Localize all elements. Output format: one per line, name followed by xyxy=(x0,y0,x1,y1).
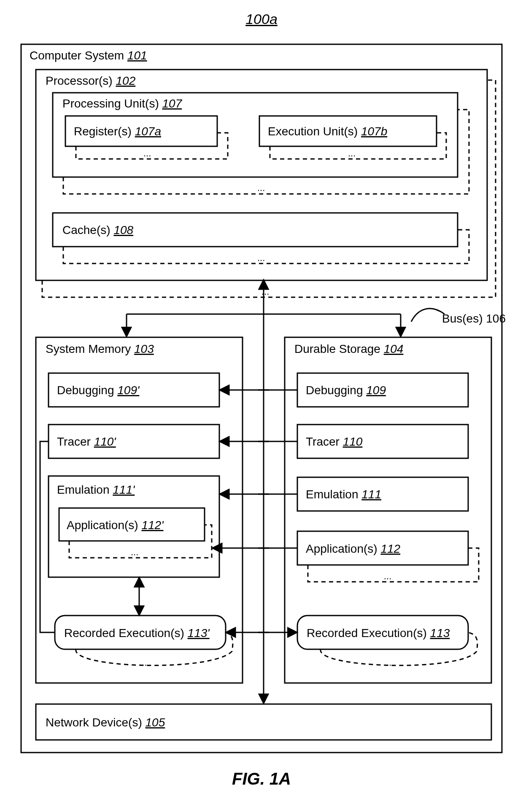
processing-units-label: Processing Unit(s) 107 xyxy=(62,97,183,110)
debugging-storage-label: Debugging 109 xyxy=(306,384,386,397)
svg-text:...: ... xyxy=(262,286,269,297)
computer-system-label: Computer System 101 xyxy=(30,49,147,62)
system-memory-label: System Memory 103 xyxy=(46,342,154,355)
svg-text:...: ... xyxy=(348,148,356,159)
caches-label: Cache(s) 108 xyxy=(62,223,134,237)
figure-ref: 100a xyxy=(0,0,523,27)
svg-text:...: ... xyxy=(257,183,265,193)
svg-text:...: ... xyxy=(384,571,391,581)
figure-caption: FIG. 1A xyxy=(0,769,523,805)
recorded-storage-label: Recorded Execution(s) 113 xyxy=(307,626,450,640)
svg-text:...: ... xyxy=(131,547,138,557)
registers-label: Register(s) 107a xyxy=(74,125,161,138)
bus-label: Bus(es) 106 xyxy=(442,312,506,325)
svg-rect-0 xyxy=(21,44,502,753)
emulation-memory-label: Emulation 111' xyxy=(57,483,135,496)
applications-storage-label: Application(s) 112 xyxy=(306,542,401,555)
diagram: Computer System 101 Processor(s) 102 Pro… xyxy=(13,36,510,761)
tracer-storage-label: Tracer 110 xyxy=(306,435,363,448)
svg-text:...: ... xyxy=(139,657,147,668)
svg-text:...: ... xyxy=(143,148,151,159)
svg-text:...: ... xyxy=(257,253,265,263)
emulation-storage-label: Emulation 111 xyxy=(306,488,381,501)
network-label: Network Device(s) 105 xyxy=(46,716,165,729)
tracer-memory-label: Tracer 110' xyxy=(57,435,116,448)
recorded-memory-label: Recorded Execution(s) 113' xyxy=(64,626,210,640)
processors-label: Processor(s) 102 xyxy=(46,74,136,87)
applications-memory-label: Application(s) 112' xyxy=(67,519,164,532)
execution-units-label: Execution Unit(s) 107b xyxy=(268,125,387,138)
debugging-memory-label: Debugging 109' xyxy=(57,384,140,397)
svg-text:...: ... xyxy=(384,657,391,668)
durable-storage-label: Durable Storage 104 xyxy=(294,342,403,355)
